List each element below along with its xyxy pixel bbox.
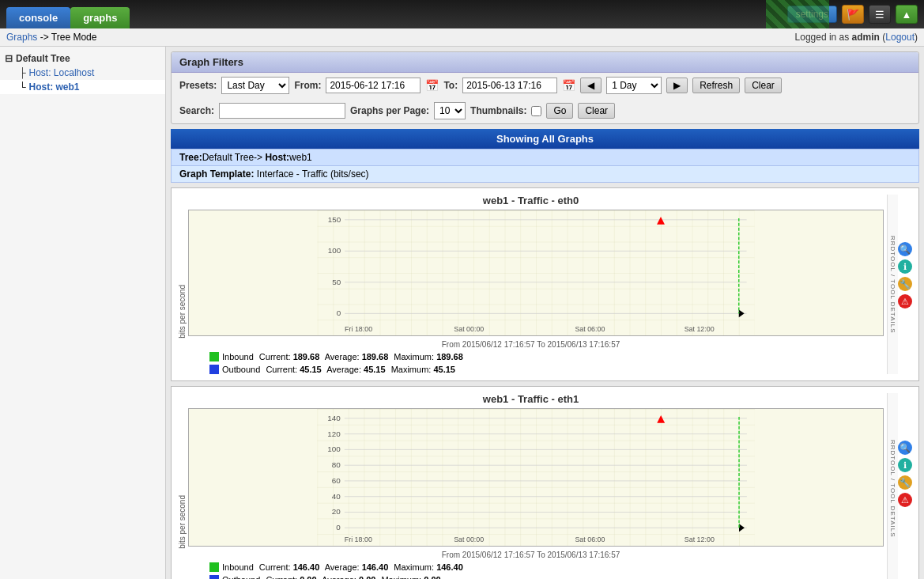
y-axis-label-0: bits per second [178,285,187,339]
graphs-per-page-select[interactable]: 10 20 50 [434,102,466,119]
legend-item-inbound-1: Inbound Current: 146.40 Average: 146.40 … [209,562,463,572]
top-nav: console graphs settings 🚩 ☰ ▲ [0,0,924,28]
to-input[interactable] [462,78,557,93]
svg-text:140: 140 [327,414,341,422]
sidebar-tree-label: ⊟ Default Tree [0,51,165,66]
stripe-banner [766,0,829,28]
flag-icon-btn[interactable]: 🚩 [842,5,864,24]
breadcrumb-separator: -> [40,32,51,43]
svg-text:0: 0 [337,308,341,317]
graph-template-label: Graph Template: [179,168,257,180]
settings-icon-1[interactable]: 🔧 [898,475,912,490]
nav-tabs-left: console graphs [0,0,130,28]
sidebar-item-localhost[interactable]: ├ Host: Localhost [0,66,165,80]
filters-row-2: Search: Graphs per Page: 10 20 50 Thumbn… [172,98,918,123]
graph-card-0: web1 - Traffic - eth0 bits per second [171,187,919,381]
host-value: web1 [289,152,312,163]
svg-text:Sat 06:00: Sat 06:00 [575,325,605,333]
breadcrumb: Graphs -> Tree Mode [6,32,96,43]
chart-svg-1: 140 120 100 80 60 40 20 0 [188,408,884,549]
tree-expand-icon: ⊟ [5,53,13,64]
chart-wrap-1: bits per second 140 120 [178,408,884,549]
to-label: To: [443,80,458,91]
refresh-button[interactable]: Refresh [692,78,740,93]
svg-text:Sat 12:00: Sat 12:00 [685,535,715,543]
sidebar: ⊟ Default Tree ├ Host: Localhost └ Host:… [0,47,166,579]
svg-text:Sat 00:00: Sat 00:00 [454,325,484,333]
breadcrumb-bar: Graphs -> Tree Mode Logged in as admin (… [0,28,924,47]
host-label: Host: [265,152,289,163]
legend-color-blue-1 [209,575,219,579]
from-label: From: [294,80,321,91]
svg-text:20: 20 [332,507,341,516]
clear-button-2[interactable]: Clear [578,103,615,119]
svg-text:Sat 12:00: Sat 12:00 [685,325,715,333]
svg-text:0: 0 [336,523,341,532]
legend-current-outbound-1: Current: 0.00 [263,575,316,579]
zoom-icon-0[interactable]: 🔍 [898,242,912,256]
to-calendar-icon[interactable]: 📅 [562,79,575,92]
graph-area-0: web1 - Traffic - eth0 bits per second [178,195,884,374]
username: admin [852,32,880,43]
alert-icon-1[interactable]: ⚠ [898,493,912,507]
search-input[interactable] [219,103,345,119]
from-calendar-icon[interactable]: 📅 [425,79,439,92]
svg-text:100: 100 [328,246,341,255]
legend-current-inbound-0: Current: 189.68 [257,352,320,361]
legend-max-inbound-0: Maximum: 189.68 [391,352,463,361]
content-area: Graph Filters Presets: Last Day Last Wee… [166,47,924,579]
graph-title-1: web1 - Traffic - eth1 [178,393,884,405]
svg-text:60: 60 [332,476,341,485]
info-icon-0[interactable]: ℹ [898,259,912,274]
legend-0: Inbound Current: 189.68 Average: 189.68 … [178,352,884,361]
legend-item-outbound-1: Outbound Current: 0.00 Average: 0.00 Max… [209,575,441,579]
graphs-per-page-label: Graphs per Page: [350,105,429,116]
legend-current-outbound-0: Current: 45.15 [263,365,321,374]
go-button[interactable]: Go [546,103,573,119]
from-input[interactable] [326,78,421,93]
graph-area-1: web1 - Traffic - eth1 bits per second [178,393,884,579]
zoom-icon-1[interactable]: 🔍 [898,441,912,455]
svg-text:Fri 18:00: Fri 18:00 [345,325,372,333]
logout-link[interactable]: Logout [885,32,915,43]
legend-color-green-0 [209,352,219,361]
graphs-tab[interactable]: graphs [70,7,130,28]
sidebar-text-0: RRDTOOL / TOOL DETAILS [887,195,898,374]
graph-card-1: web1 - Traffic - eth1 bits per second [171,386,919,579]
breadcrumb-current: Tree Mode [51,32,97,43]
alert-icon-0[interactable]: ⚠ [898,294,912,308]
prev-range-btn[interactable]: ◀ [580,78,602,93]
breadcrumb-graphs-link[interactable]: Graphs [6,32,37,43]
legend-current-inbound-1: Current: 146.40 [257,562,320,572]
sidebar-item-web1[interactable]: └ Host: web1 [0,80,165,94]
chart-time-range-1: From 2015/06/12 17:16:57 To 2015/06/13 1… [178,551,884,559]
svg-text:50: 50 [332,278,341,286]
legend-label-outbound-1: Outbound [222,575,260,579]
svg-text:Fri 18:00: Fri 18:00 [345,535,372,543]
filters-row-1: Presets: Last Day Last Week Last Month L… [172,73,918,98]
svg-text:Sat 00:00: Sat 00:00 [454,535,484,543]
next-range-btn[interactable]: ▶ [666,78,688,93]
settings-icon-0[interactable]: 🔧 [898,277,912,291]
chart-icon-btn[interactable]: ▲ [896,5,918,24]
range-select[interactable]: 1 Day 1 Week 1 Month [606,77,662,94]
legend-avg-outbound-1: Average: 0.00 [320,575,376,579]
chart-wrap-0: bits per second 150 [178,210,884,339]
legend-color-blue-0 [209,365,219,374]
legend-item-inbound-0: Inbound Current: 189.68 Average: 189.68 … [209,352,463,361]
legend-label-outbound-0: Outbound [222,365,260,374]
web1-link[interactable]: Host: web1 [29,81,80,93]
svg-text:120: 120 [327,430,341,438]
tree-value: Default Tree [202,152,254,163]
console-tab[interactable]: console [6,7,70,28]
side-panel-1: RRDTOOL / TOOL DETAILS 🔍 ℹ 🔧 ⚠ [887,393,912,579]
localhost-link[interactable]: Host: Localhost [29,67,95,78]
thumbnails-checkbox[interactable] [531,106,541,116]
host-icon: ├ [19,67,26,78]
clear-button-1[interactable]: Clear [745,78,782,93]
menu-icon-btn[interactable]: ☰ [869,5,891,24]
info-icon-1[interactable]: ℹ [898,458,912,472]
presets-select[interactable]: Last Day Last Week Last Month Last Year [221,77,289,94]
legend-label-inbound-1: Inbound [222,562,254,572]
side-icons-1: 🔍 ℹ 🔧 ⚠ [898,393,912,579]
